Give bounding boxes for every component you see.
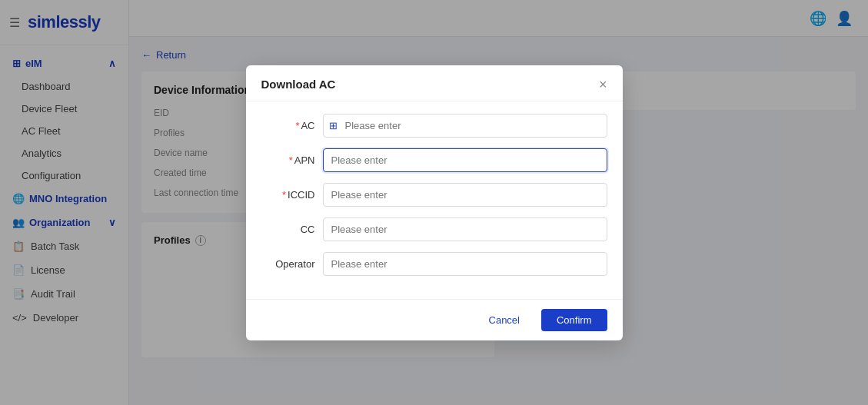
cc-label: CC — [261, 217, 315, 235]
iccid-input-wrap — [323, 183, 607, 207]
modal-header: Download AC × — [246, 65, 623, 101]
download-ac-modal: Download AC × *AC ⊞ *APN — [246, 65, 623, 340]
ac-label: *AC — [261, 114, 315, 131]
qr-code-icon: ⊞ — [329, 120, 338, 131]
operator-form-row: Operator — [261, 252, 607, 276]
apn-label: *APN — [261, 148, 315, 166]
iccid-label: *ICCID — [261, 183, 315, 201]
cc-input[interactable] — [323, 217, 607, 241]
modal-body: *AC ⊞ *APN *ICCID — [246, 101, 623, 299]
modal-footer: Cancel Confirm — [246, 299, 623, 340]
apn-required-marker: * — [289, 154, 293, 166]
modal-overlay: Download AC × *AC ⊞ *APN — [0, 0, 868, 405]
operator-label: Operator — [261, 252, 315, 270]
cc-form-row: CC — [261, 217, 607, 241]
ac-input[interactable] — [323, 114, 607, 138]
ac-required-marker: * — [295, 120, 299, 131]
modal-close-button[interactable]: × — [599, 78, 607, 91]
iccid-form-row: *ICCID — [261, 183, 607, 207]
cancel-button[interactable]: Cancel — [475, 309, 534, 331]
iccid-required-marker: * — [282, 189, 286, 201]
confirm-button[interactable]: Confirm — [541, 309, 607, 331]
apn-form-row: *APN — [261, 148, 607, 172]
operator-input[interactable] — [323, 252, 607, 276]
operator-input-wrap — [323, 252, 607, 276]
modal-title: Download AC — [261, 78, 336, 91]
cc-input-wrap — [323, 217, 607, 241]
apn-input-wrap — [323, 148, 607, 172]
iccid-input[interactable] — [323, 183, 607, 207]
ac-input-wrap: ⊞ — [323, 114, 607, 138]
apn-input[interactable] — [323, 148, 607, 172]
ac-form-row: *AC ⊞ — [261, 114, 607, 138]
